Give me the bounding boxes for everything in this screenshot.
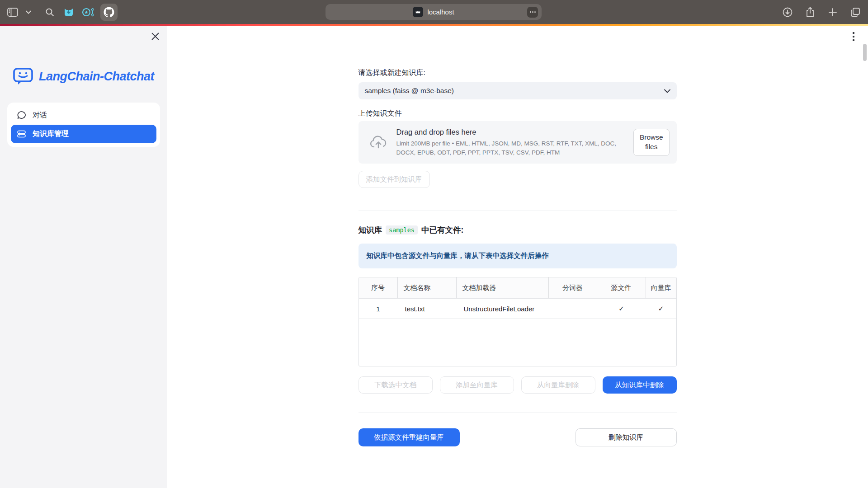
sidebar-item-label: 知识库管理 <box>33 129 69 139</box>
sidebar-toggle-icon[interactable] <box>6 6 19 19</box>
info-banner: 知识库中包含源文件与向量库，请从下表中选择文件后操作 <box>359 244 677 268</box>
kb-heading-suffix: 中已有文件: <box>421 225 463 235</box>
sidebar-item-dialogue[interactable]: 对话 <box>11 106 156 125</box>
share-icon[interactable] <box>804 6 816 19</box>
download-icon[interactable] <box>781 6 794 19</box>
sidebar-item-label: 对话 <box>33 111 47 120</box>
search-icon[interactable] <box>43 6 56 19</box>
kb-files-heading: 知识库 samples 中已有文件: <box>359 225 677 235</box>
upload-label: 上传知识文件 <box>359 109 677 118</box>
cell-doc-name[interactable]: test.txt <box>398 299 457 319</box>
knowledge-base-icon <box>17 129 26 139</box>
col-loader: 文档加载器 <box>457 277 549 298</box>
tab-overview-icon[interactable] <box>849 6 862 19</box>
delete-kb-button[interactable]: 删除知识库 <box>576 428 677 446</box>
url-text: localhost <box>427 8 454 16</box>
sidebar-nav: 对话 知识库管理 <box>7 103 160 147</box>
file-actions: 下载选中文档 添加至向量库 从向量库删除 从知识库中删除 <box>359 376 677 394</box>
address-bar[interactable]: localhost <box>326 4 542 20</box>
rings-extension-icon[interactable] <box>81 6 94 19</box>
remove-from-vector-store-button[interactable]: 从向量库删除 <box>521 376 595 394</box>
kb-select[interactable]: samples (faiss @ m3e-base) <box>359 82 677 99</box>
col-doc-name: 文档名称 <box>398 277 457 298</box>
table-header-row: 序号 文档名称 文档加载器 分词器 源文件 向量库 <box>359 277 676 298</box>
sidebar: LangChain-Chatchat 对话 知识库管理 <box>0 26 167 488</box>
col-splitter: 分词器 <box>549 277 597 298</box>
sidebar-item-kb-management[interactable]: 知识库管理 <box>11 125 156 143</box>
kb-select-value: samples (faiss @ m3e-base) <box>365 87 664 95</box>
kb-select-label: 请选择或新建知识库: <box>359 26 677 78</box>
select-chevron-down-icon <box>664 89 670 93</box>
rebuild-vector-store-button[interactable]: 依据源文件重建向量库 <box>359 428 460 446</box>
divider <box>359 211 677 211</box>
cell-vector-store-check[interactable]: ✓ <box>646 299 676 319</box>
app-logo: LangChain-Chatchat <box>13 67 154 85</box>
dialogue-icon <box>17 111 26 120</box>
page-settings-icon[interactable] <box>527 7 538 18</box>
cell-index[interactable]: 1 <box>359 299 398 319</box>
divider <box>359 413 677 413</box>
site-favicon <box>413 7 423 17</box>
browse-files-button[interactable]: Browse files <box>633 129 670 156</box>
col-vector-store: 向量库 <box>646 277 676 298</box>
sidebar-close-icon[interactable] <box>149 30 161 42</box>
kb-footer-actions: 依据源文件重建向量库 删除知识库 <box>359 428 677 446</box>
main-area: 请选择或新建知识库: samples (faiss @ m3e-base) 上传… <box>167 26 868 488</box>
file-dropzone[interactable]: Drag and drop files here Limit 200MB per… <box>359 121 677 164</box>
cat-extension-icon[interactable] <box>62 6 75 19</box>
dropzone-limit-text: Limit 200MB per file • EML, HTML, JSON, … <box>396 139 633 157</box>
app-menu-icon[interactable] <box>849 30 858 43</box>
kb-files-table: 序号 文档名称 文档加载器 分词器 源文件 向量库 1 test.txt Uns… <box>359 277 677 366</box>
chevron-down-icon[interactable] <box>25 6 32 19</box>
cloud-upload-icon <box>369 135 387 150</box>
download-selected-button[interactable]: 下载选中文档 <box>359 376 433 394</box>
cell-splitter[interactable] <box>549 299 597 319</box>
info-banner-text: 知识库中包含源文件与向量库，请从下表中选择文件后操作 <box>367 251 549 261</box>
browser-toolbar: localhost <box>0 0 868 24</box>
col-source-file: 源文件 <box>597 277 646 298</box>
kb-heading-prefix: 知识库 <box>359 225 382 235</box>
add-to-vector-store-button[interactable]: 添加至向量库 <box>440 376 514 394</box>
cell-source-file-check[interactable]: ✓ <box>597 299 646 319</box>
cell-loader[interactable]: UnstructuredFileLoader <box>457 299 549 319</box>
kb-name-code: samples <box>386 225 418 235</box>
new-tab-icon[interactable] <box>826 6 839 19</box>
dropzone-title: Drag and drop files here <box>396 128 633 136</box>
delete-from-kb-button[interactable]: 从知识库中删除 <box>603 376 677 394</box>
app-logo-text: LangChain-Chatchat <box>39 70 154 84</box>
scrollbar-thumb[interactable] <box>863 44 867 61</box>
chat-bubble-logo-icon <box>13 67 33 85</box>
col-index: 序号 <box>359 277 398 298</box>
github-extension-icon[interactable] <box>100 4 118 21</box>
table-row[interactable]: 1 test.txt UnstructuredFileLoader ✓ ✓ <box>359 298 676 319</box>
add-files-to-kb-button[interactable]: 添加文件到知识库 <box>359 171 430 188</box>
